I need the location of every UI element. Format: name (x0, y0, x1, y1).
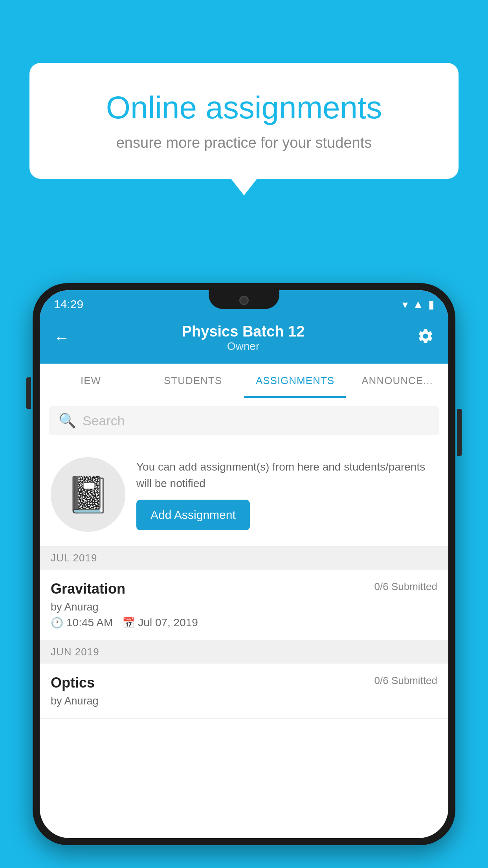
promo-section: 📓 You can add assignment(s) from here an… (40, 443, 448, 546)
date-group: 📅 Jul 07, 2019 (122, 616, 198, 629)
tab-assignments[interactable]: ASSIGNMENTS (244, 364, 346, 398)
header-title-group: Physics Batch 12 Owner (182, 323, 305, 353)
search-placeholder: Search (83, 413, 125, 428)
search-icon: 🔍 (59, 412, 76, 429)
section-month-jun: JUN 2019 (51, 646, 99, 658)
assignment-time-date: 🕐 10:45 AM 📅 Jul 07, 2019 (51, 616, 437, 629)
speech-bubble: Online assignments ensure more practice … (29, 63, 459, 179)
side-button-right (457, 409, 462, 456)
back-button[interactable]: ← (54, 329, 70, 347)
speech-bubble-container: Online assignments ensure more practice … (29, 63, 459, 179)
tab-iew[interactable]: IEW (40, 364, 142, 398)
assignment-submitted-gravitation: 0/6 Submitted (374, 581, 437, 593)
assignment-item-gravitation[interactable]: Gravitation 0/6 Submitted by Anurag 🕐 10… (40, 570, 448, 640)
assignment-name-optics: Optics (51, 675, 95, 691)
time-group: 🕐 10:45 AM (51, 616, 113, 629)
side-button-left (26, 377, 31, 409)
bubble-subtitle: ensure more practice for your students (61, 134, 427, 151)
signal-icon: ▲ (413, 298, 424, 311)
section-divider-jul: JUL 2019 (40, 546, 448, 570)
app-header: ← Physics Batch 12 Owner (40, 315, 448, 364)
assignment-submitted-optics: 0/6 Submitted (374, 675, 437, 687)
phone-screen: 14:29 ▾ ▲ ▮ ← Physics Batch 12 Owner (40, 290, 448, 838)
tab-announcements[interactable]: ANNOUNCE... (346, 364, 448, 398)
search-bar[interactable]: 🔍 Search (49, 406, 439, 435)
header-subtitle: Owner (182, 340, 305, 353)
assignment-header-optics: Optics 0/6 Submitted (51, 675, 437, 691)
assignment-item-optics[interactable]: Optics 0/6 Submitted by Anurag (40, 664, 448, 719)
clock-icon: 🕐 (51, 617, 63, 629)
assignment-by-gravitation: by Anurag (51, 601, 437, 613)
tabs-container: IEW STUDENTS ASSIGNMENTS ANNOUNCE... (40, 364, 448, 398)
battery-icon: ▮ (428, 298, 434, 311)
calendar-icon: 📅 (122, 617, 135, 629)
add-assignment-button[interactable]: Add Assignment (136, 500, 250, 530)
phone-notch (209, 290, 279, 309)
search-container: 🔍 Search (40, 398, 448, 443)
notebook-icon: 📓 (66, 474, 110, 515)
phone-frame: 14:29 ▾ ▲ ▮ ← Physics Batch 12 Owner (33, 283, 455, 845)
wifi-icon: ▾ (402, 298, 408, 311)
status-icons: ▾ ▲ ▮ (402, 298, 434, 311)
section-month-jul: JUL 2019 (51, 552, 97, 564)
promo-content: You can add assignment(s) from here and … (136, 459, 437, 530)
promo-icon-circle: 📓 (51, 457, 125, 532)
promo-text: You can add assignment(s) from here and … (136, 459, 437, 492)
phone-container: 14:29 ▾ ▲ ▮ ← Physics Batch 12 Owner (33, 283, 455, 868)
status-time: 14:29 (54, 298, 83, 311)
section-divider-jun: JUN 2019 (40, 640, 448, 664)
settings-button[interactable] (417, 327, 434, 349)
header-title: Physics Batch 12 (182, 323, 305, 340)
phone-camera (239, 296, 249, 305)
assignment-name-gravitation: Gravitation (51, 581, 125, 597)
assignment-header: Gravitation 0/6 Submitted (51, 581, 437, 597)
assignment-by-optics: by Anurag (51, 695, 437, 707)
date-text: Jul 07, 2019 (138, 616, 198, 629)
tab-students[interactable]: STUDENTS (142, 364, 244, 398)
time-text: 10:45 AM (66, 616, 113, 629)
bubble-title: Online assignments (61, 90, 427, 125)
